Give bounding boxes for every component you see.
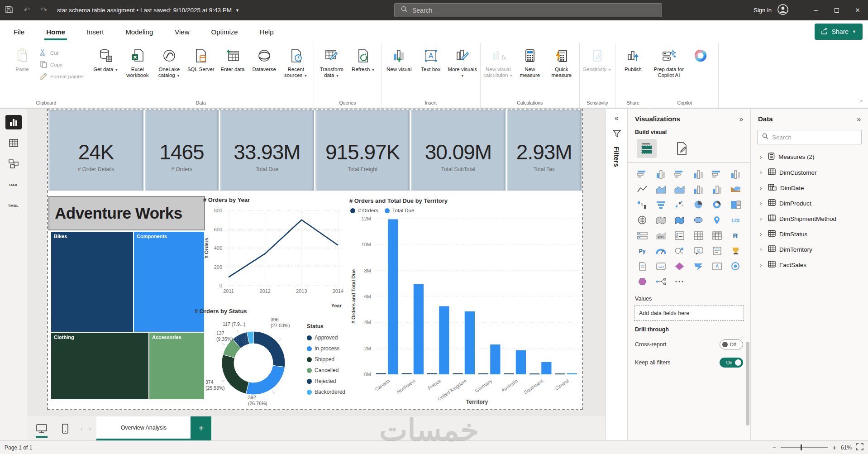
100-stacked-column-chart-icon[interactable] — [727, 168, 744, 180]
data-field-dimdate[interactable]: › DimDate — [751, 180, 868, 196]
filters-pane-label[interactable]: Filters — [613, 147, 620, 167]
expand-chevron-icon[interactable]: › — [760, 169, 764, 176]
smart-narrative-icon[interactable] — [709, 245, 725, 257]
button-slicer-icon[interactable] — [634, 276, 651, 287]
treemap-tile-clothing[interactable]: Clothing — [51, 333, 148, 399]
treemap-tile-components[interactable]: Components — [134, 232, 204, 332]
text-slicer-icon[interactable]: A — [709, 261, 725, 272]
data-field-dimterritory[interactable]: › DimTerritory — [751, 242, 868, 257]
visual-calculation-icon[interactable]: 123 — [653, 261, 669, 272]
expand-chevron-icon[interactable]: › — [760, 246, 764, 253]
donut-chart-icon[interactable] — [709, 199, 725, 210]
excel-workbook-button[interactable]: Excel workbook — [122, 47, 153, 80]
cut-button[interactable]: Cut — [38, 48, 86, 58]
kpi-card-total-subtotal[interactable]: 30.09M Total SubTotal — [411, 110, 505, 191]
power-automate-icon[interactable] — [690, 261, 707, 272]
next-page-icon[interactable]: › — [89, 425, 91, 432]
collapse-data-icon[interactable]: » — [857, 115, 861, 123]
line-and-clustered-column-chart-icon[interactable] — [709, 184, 725, 195]
expand-chevron-icon[interactable]: › — [760, 153, 764, 161]
minimize-button[interactable]: ─ — [806, 0, 826, 20]
menu-optimize[interactable]: Optimize — [210, 24, 239, 39]
legend-item-orders[interactable]: # Orders — [350, 207, 378, 214]
format-painter-button[interactable]: Format painter — [38, 71, 86, 82]
global-search[interactable] — [394, 3, 662, 17]
data-field-dimcustomer[interactable]: › DimCustomer — [751, 165, 868, 180]
zoom-slider[interactable] — [781, 447, 828, 448]
azure-map-icon[interactable] — [690, 215, 707, 226]
account-avatar[interactable] — [777, 4, 789, 17]
data-search[interactable] — [757, 130, 862, 144]
kpi-card-total-due[interactable]: 33.93M Total Due — [220, 110, 314, 191]
kpi-card-order-details[interactable]: 24K # Order Details — [48, 110, 143, 191]
share-button[interactable]: Share ▼ — [815, 24, 863, 40]
r-script-visual-icon[interactable]: R — [727, 230, 744, 241]
stacked-area-chart-icon[interactable] — [671, 184, 688, 195]
line-chart-visual[interactable]: # Orders by Year 02004006008002011201220… — [203, 196, 354, 311]
title-caret-icon[interactable]: ▼ — [235, 8, 239, 13]
kpi-card-orders[interactable]: 1465 # Orders — [145, 110, 218, 191]
goals-icon[interactable] — [727, 261, 744, 272]
stacked-bar-chart-icon[interactable] — [634, 168, 651, 180]
table-view-icon[interactable] — [5, 136, 22, 150]
format-visual-tab[interactable] — [672, 139, 692, 158]
data-field-dimshipmentmethod[interactable]: › DimShipmentMethod — [751, 211, 868, 226]
collapse-visualizations-icon[interactable]: » — [739, 115, 743, 123]
search-input[interactable] — [412, 7, 630, 14]
pie-chart-icon[interactable] — [690, 199, 707, 210]
build-visual-tab[interactable] — [637, 139, 657, 158]
legend-item-rejected[interactable]: Rejected — [307, 376, 345, 387]
refresh-button[interactable]: Refresh ▼ — [348, 47, 379, 75]
recent-sources-button[interactable]: Recent sources ▼ — [280, 47, 312, 81]
line-and-stacked-column-chart-icon[interactable] — [690, 184, 707, 195]
menu-home[interactable]: Home — [45, 24, 66, 39]
legend-item-backordered[interactable]: Backordered — [307, 387, 345, 397]
report-title-visual[interactable]: Adventure Works — [48, 196, 205, 230]
donut-chart-visual[interactable]: # Orders by Status 396 (27.03%)392 (26.7… — [195, 308, 356, 411]
get-more-visuals-icon[interactable] — [671, 276, 688, 287]
visualizations-scrollbar[interactable] — [746, 342, 749, 425]
bar-chart-visual[interactable]: # Orders and Total Due by Territory # Or… — [349, 197, 586, 410]
copilot-logo-button[interactable] — [685, 47, 716, 68]
redo-icon[interactable]: ↷ — [35, 5, 52, 15]
key-influencers-icon[interactable] — [671, 245, 688, 257]
menu-help[interactable]: Help — [259, 24, 275, 39]
menu-modeling[interactable]: Modeling — [124, 24, 154, 39]
dax-query-view-icon[interactable]: DAX — [5, 177, 22, 192]
arcgis-map-icon[interactable] — [709, 215, 725, 226]
report-canvas[interactable]: 24K # Order Details 1465 # Orders 33.93M… — [27, 109, 606, 440]
expand-chevron-icon[interactable]: › — [760, 230, 764, 238]
report-view-icon[interactable] — [5, 115, 22, 129]
legend-item-shipped[interactable]: Shipped — [307, 354, 345, 365]
keep-all-filters-toggle[interactable]: On — [720, 358, 743, 368]
mobile-layout-icon[interactable] — [56, 416, 74, 440]
dataverse-button[interactable]: Dataverse — [248, 47, 280, 74]
line-chart-icon[interactable] — [634, 184, 651, 195]
data-search-input[interactable] — [772, 134, 849, 141]
scatter-chart-icon[interactable] — [671, 199, 688, 210]
onelake-catalog-button[interactable]: OneLake catalog ▼ — [153, 47, 185, 81]
power-apps-icon[interactable] — [671, 261, 688, 272]
funnel-chart-icon[interactable] — [653, 199, 669, 210]
map-icon[interactable] — [634, 215, 651, 226]
qa-visual-icon[interactable]: Q — [690, 245, 707, 257]
data-field-measures-2-[interactable]: › Measures (2) — [751, 149, 868, 165]
undo-icon[interactable]: ↶ — [18, 5, 35, 15]
prep-data-for-copilot-ai-button[interactable]: Prep data for Copilot AI — [653, 47, 685, 80]
data-field-dimproduct[interactable]: › DimProduct — [751, 196, 868, 211]
stacked-column-chart-icon[interactable] — [653, 168, 669, 180]
filled-map-icon[interactable] — [653, 215, 669, 226]
publish-button[interactable]: Publish — [617, 47, 649, 74]
expand-filters-icon[interactable]: « — [615, 114, 619, 122]
new-measure-button[interactable]: New measure — [514, 47, 546, 80]
slicer-icon[interactable] — [671, 230, 688, 241]
menu-view[interactable]: View — [174, 24, 190, 39]
expand-chevron-icon[interactable]: › — [760, 261, 764, 268]
new-visual-calculation-button[interactable]: fxNew visual calculation ▼ — [482, 47, 514, 81]
close-button[interactable]: ✕ — [847, 0, 868, 20]
quick-measure-button[interactable]: Quick measure — [546, 47, 577, 80]
multi-row-card-icon[interactable] — [634, 230, 651, 241]
expand-chevron-icon[interactable]: › — [760, 184, 764, 191]
sensitivity-button[interactable]: Sensitivity ▼ — [582, 47, 613, 75]
clustered-column-chart-icon[interactable] — [690, 168, 707, 180]
